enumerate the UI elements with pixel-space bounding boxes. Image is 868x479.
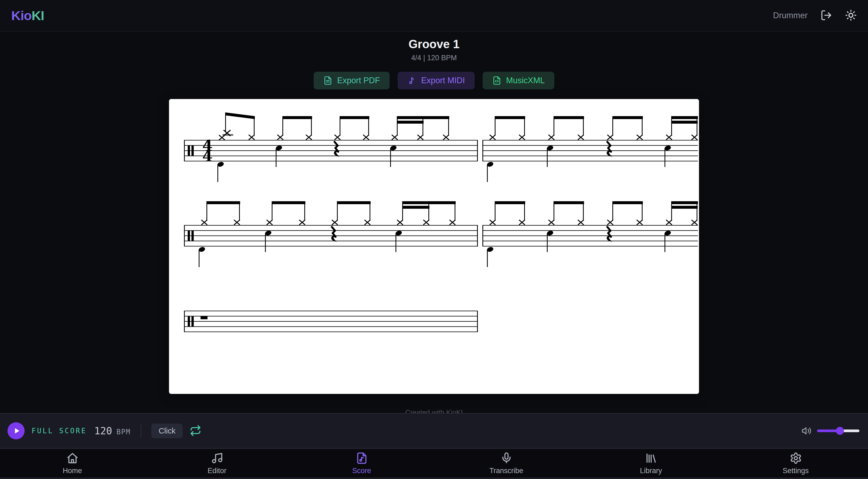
app-logo[interactable]: KioKI [11,8,44,23]
logo-part-1: Kio [11,8,32,23]
header-right: Drummer [773,9,857,22]
nav-label: Editor [208,467,226,475]
export-midi-button[interactable]: Export MIDI [398,72,475,89]
music-note-icon [407,76,416,85]
nav-item-home[interactable]: Home [0,449,145,478]
theme-toggle-button[interactable] [845,9,857,22]
click-metronome-button[interactable]: Click [151,424,183,438]
library-icon [645,452,657,464]
logout-icon [820,9,832,21]
bpm-value: 120 [94,425,112,437]
volume-group [801,425,860,436]
nav-item-settings[interactable]: Settings [723,449,868,478]
nav-item-transcribe[interactable]: Transcribe [434,449,579,478]
nav-label: Score [352,467,371,475]
score-canvas: 44 [169,99,699,394]
song-meta: 4/4 | 120 BPM [0,54,868,62]
nav-item-editor[interactable]: Editor [145,449,289,478]
sun-icon [845,9,857,21]
nav-label: Library [640,467,662,475]
file-code-icon [492,76,501,85]
main-content: Groove 1 4/4 | 120 BPM Export PDF Export… [0,32,868,413]
nav-item-library[interactable]: Library [579,449,723,478]
export-pdf-button[interactable]: Export PDF [314,72,390,89]
volume-icon[interactable] [801,425,812,436]
page-title: Groove 1 [0,37,868,51]
user-name: Drummer [773,11,808,20]
export-musicxml-label: MusicXML [506,76,545,85]
player-divider [141,424,141,437]
nav-item-score[interactable]: Score [289,449,434,478]
file-text-icon [323,76,332,85]
score-icon [355,452,368,464]
nav-label: Transcribe [489,467,523,475]
export-musicxml-button[interactable]: MusicXML [483,72,555,89]
logo-part-2: KI [32,8,44,23]
player-bar: FULL SCORE 120 BPM Click [0,413,868,449]
svg-text:4: 4 [203,147,213,165]
bpm-unit: BPM [116,428,130,436]
volume-thumb[interactable] [836,427,844,435]
export-pdf-label: Export PDF [337,76,380,85]
loop-button[interactable] [190,425,202,437]
home-icon [66,452,79,464]
nav-label: Settings [783,467,809,475]
bpm-display: 120 BPM [94,425,131,437]
mode-label: FULL SCORE [32,427,87,435]
bottom-nav: Home Editor Score Transcribe Library Set… [0,449,868,478]
microphone-icon [500,452,513,464]
gear-icon [789,452,802,464]
export-midi-label: Export MIDI [421,76,465,85]
app-header: KioKI Drummer [0,0,868,32]
editor-icon [211,452,223,464]
repeat-icon [190,425,202,437]
export-buttons-row: Export PDF Export MIDI MusicXML [0,72,868,89]
play-button[interactable] [7,422,25,440]
score-sheet: 44 [169,99,699,394]
watermark-text: Created with KioKI [0,408,868,413]
volume-slider[interactable] [817,429,860,432]
nav-label: Home [63,467,82,475]
logout-button[interactable] [820,9,832,22]
play-icon [12,426,21,436]
